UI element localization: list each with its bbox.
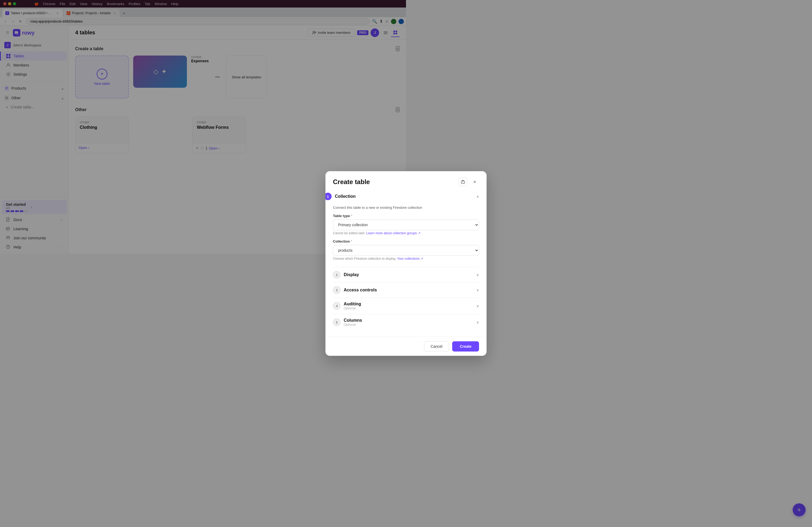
collection-hint-link[interactable]: Your collections ↗ [397,257,406,260]
table-type-field: Table type * Primary collection Cannot b… [333,214,406,235]
modal-header: Create table × [325,171,406,191]
collection-hint: Choose which Firestore collection to dis… [333,257,406,260]
table-type-hint-link[interactable]: Learn more about collection groups ↗ [366,231,406,235]
step-1-description: Connect this table to a new or existing … [333,206,406,210]
step-1-label: Collection [335,194,356,199]
table-type-hint-prefix: Cannot be edited later. [333,231,365,235]
table-type-select-wrapper: Primary collection [333,220,406,230]
modal-overlay[interactable]: Create table × 1 Collection [0,0,406,264]
table-type-required: * [351,214,352,218]
table-type-label: Table type * [333,214,406,218]
collection-hint-prefix: Choose which Firestore collection to dis… [333,257,396,260]
collection-label: Collection * [333,239,406,243]
collection-required: * [351,239,352,243]
collection-select[interactable]: products [333,245,406,256]
table-type-select[interactable]: Primary collection [333,220,406,230]
create-table-modal: Create table × 1 Collection [325,171,406,264]
table-type-hint: Cannot be edited later. Learn more about… [333,231,406,235]
modal-body: 1 Collection ∧ Connect this table to a n… [325,191,406,264]
step-1-content: Connect this table to a new or existing … [333,204,406,264]
step-1-collection: 1 Collection ∧ Connect this table to a n… [333,191,406,264]
collection-select-wrapper: products [333,245,406,256]
step-1-number: 1 [325,193,332,200]
collection-field: Collection * products Choose which Fires… [333,239,406,260]
modal-title: Create table [333,178,370,186]
